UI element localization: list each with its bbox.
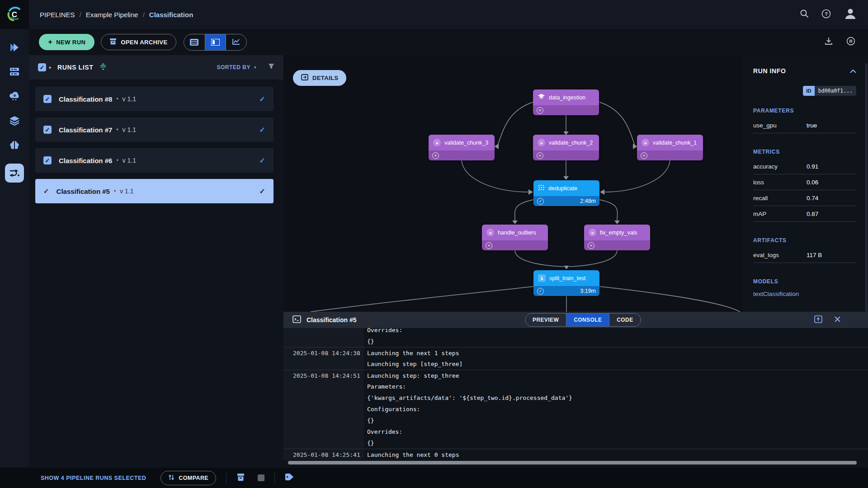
sorted-by-control[interactable]: SORTED BY ▾ (217, 64, 256, 70)
run-id-chip[interactable]: ID bd00a0f1... (803, 86, 856, 96)
run-separator-dot: • (116, 127, 118, 133)
tab-console[interactable]: CONSOLE (566, 314, 609, 326)
sidebar-item-autoscalers[interactable] (9, 90, 20, 102)
run-checkbox[interactable]: ✓ (43, 126, 52, 134)
toolbar: + NEW RUN OPEN ARCHIVE (29, 29, 868, 55)
open-archive-button[interactable]: OPEN ARCHIVE (101, 34, 176, 50)
metric-key: accuracy (753, 163, 807, 170)
parameters-section-title: PARAMETERS (753, 108, 856, 114)
node-label: deduplicate (548, 185, 577, 192)
log-row: 2025-01-08 14:24:51Launching step: step_… (283, 370, 868, 381)
cached-icon: ≡ (486, 242, 492, 249)
node-fix-empty-vals[interactable]: »fix_empty_vals ≡ (584, 225, 650, 250)
metrics-view-button[interactable] (226, 34, 246, 50)
collapse-chevron-icon[interactable] (850, 67, 856, 75)
stop-icon (258, 474, 264, 481)
metric-key: mAP (753, 211, 807, 217)
breadcrumb-pipelines[interactable]: PIPELINES (40, 11, 75, 19)
search-icon[interactable] (800, 9, 809, 20)
run-list-item-selected[interactable]: ✓ Classification #5 • v 1.1 ✓ (35, 179, 274, 203)
archive-action-icon[interactable] (236, 473, 245, 483)
node-validate-chunk-1[interactable]: »validate_chunk_1 ≡ (637, 135, 703, 160)
sidebar-item-projects[interactable] (9, 42, 20, 53)
download-icon[interactable] (825, 37, 833, 47)
run-version: v 1.1 (123, 126, 136, 133)
run-list-item[interactable]: ✓ Classification #8 • v 1.1 ✓ (35, 87, 274, 111)
model-link[interactable]: textClassification (753, 291, 799, 297)
tab-preview[interactable]: PREVIEW (525, 314, 566, 326)
run-list-item[interactable]: ✓ Classification #7 • v 1.1 ✓ (35, 117, 274, 142)
node-split-train-test[interactable]: λsplit_train_test ✓3:19m (533, 270, 599, 296)
completed-check-icon: ✓ (537, 198, 544, 205)
log-row: Overrides: (283, 426, 868, 437)
expand-list-icon[interactable] (99, 63, 107, 72)
log-row: {} (283, 437, 868, 449)
sidebar-item-models[interactable] (9, 139, 20, 151)
tab-code[interactable]: CODE (609, 314, 640, 326)
filter-icon[interactable] (268, 63, 274, 71)
clearml-logo-icon: C (6, 6, 23, 23)
run-status-check-icon: ✓ (259, 95, 265, 103)
console-header: Classification #5 PREVIEW CONSOLE CODE (283, 312, 868, 328)
metric-row: loss 0.06 (753, 174, 856, 190)
node-validate-chunk-3[interactable]: »validate_chunk_3 ≡ (429, 135, 495, 160)
log-message: Launching step [step_three] (367, 361, 462, 367)
compare-button[interactable]: COMPARE (160, 471, 216, 485)
avatar[interactable] (844, 7, 857, 22)
node-label: split_train_test (549, 275, 586, 282)
new-run-button[interactable]: + NEW RUN (39, 34, 94, 50)
sidebar-item-pipelines[interactable] (5, 164, 24, 183)
horizontal-scrollbar[interactable] (288, 461, 857, 465)
svg-text:C: C (12, 10, 17, 19)
footer-bar: SHOW 4 PIPELINE RUNS SELECTED COMPARE (0, 468, 868, 488)
metric-value: 0.06 (807, 179, 818, 186)
parameter-value: true (807, 122, 817, 129)
breadcrumb-current: Classification (149, 11, 193, 19)
sidebar-item-workers[interactable] (9, 66, 20, 78)
terminal-icon (292, 315, 301, 325)
new-run-label: NEW RUN (56, 39, 85, 46)
select-all-caret-icon[interactable]: ▾ (49, 65, 51, 70)
breadcrumb-separator: / (143, 11, 145, 19)
run-list-item[interactable]: ✓ Classification #6 • v 1.1 ✓ (35, 148, 274, 173)
log-message: {'kwargs_artifacts/data': '${step_two.id… (367, 394, 572, 401)
node-validate-chunk-2[interactable]: »validate_chunk_2 ≡ (533, 135, 599, 160)
auto-refresh-icon[interactable] (846, 37, 855, 47)
open-in-window-icon[interactable] (814, 315, 822, 325)
tag-icon[interactable] (285, 473, 294, 483)
pipeline-dag-canvas[interactable]: DETAILS data_ingestion ≡ »validate_chunk… (283, 55, 741, 312)
breadcrumb: PIPELINES / Example Pipeline / Classific… (40, 0, 193, 29)
select-all-checkbox[interactable]: ✓ (38, 63, 46, 71)
step-chevrons-icon: » (433, 139, 441, 146)
run-name: Classification #6 (59, 157, 112, 164)
plus-icon: + (48, 38, 52, 47)
artifacts-section-title: ARTIFACTS (753, 237, 856, 244)
log-message: Configurations: (367, 406, 420, 413)
split-view-button[interactable] (205, 34, 226, 50)
completed-check-icon: ✓ (537, 288, 544, 295)
node-handle-outliers[interactable]: »handle_outliers ≡ (482, 225, 548, 250)
table-view-button[interactable] (184, 34, 205, 50)
run-checkbox[interactable]: ✓ (43, 95, 52, 103)
metric-row: mAP 0.87 (753, 206, 856, 222)
clearml-logo[interactable]: C (0, 0, 29, 29)
node-data-ingestion[interactable]: data_ingestion ≡ (533, 89, 599, 115)
run-name: Classification #8 (59, 95, 112, 103)
run-checkbox[interactable]: ✓ (43, 156, 52, 164)
details-button[interactable]: DETAILS (293, 70, 346, 86)
help-icon[interactable]: ? (821, 9, 831, 20)
run-selected-check-icon[interactable]: ✓ (43, 187, 49, 195)
close-icon[interactable] (834, 316, 841, 324)
metric-key: recall (753, 195, 807, 202)
node-deduplicate[interactable]: deduplicate ✓2:48m (533, 180, 599, 206)
node-label: data_ingestion (549, 94, 585, 101)
log-message: Parameters: (367, 383, 406, 390)
node-label: handle_outliers (498, 230, 536, 236)
log-timestamp: 2025-01-08 14:24:51 (293, 372, 360, 379)
console-log[interactable]: Overrides: {} 2025-01-08 14:24:38Launchi… (283, 328, 868, 460)
sidebar-item-datasets[interactable] (9, 115, 20, 127)
breadcrumb-project[interactable]: Example Pipeline (86, 11, 138, 19)
log-timestamp: 2025-01-08 14:25:41 (293, 451, 360, 458)
lambda-icon: λ (538, 274, 546, 282)
node-label: validate_chunk_3 (444, 140, 488, 146)
